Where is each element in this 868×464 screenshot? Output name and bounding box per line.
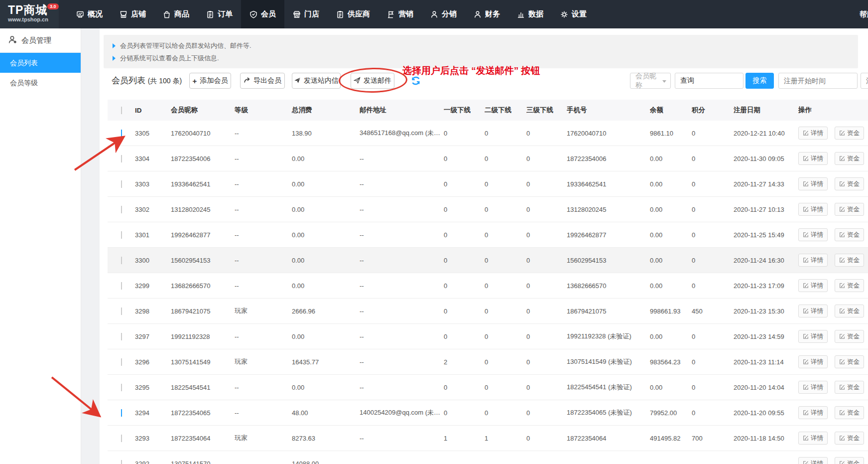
row-checkbox[interactable] (121, 231, 122, 239)
export-member-button[interactable]: 导出会员 (240, 73, 285, 89)
row-action-详情[interactable]: 详情 (798, 381, 828, 394)
row-action-详情[interactable]: 详情 (798, 330, 828, 343)
add-member-button[interactable]: + 添加会员 (189, 73, 231, 89)
row-checkbox[interactable] (121, 460, 122, 464)
row-checkbox[interactable] (121, 333, 122, 340)
clipboard-icon (336, 10, 344, 18)
nav-item-门店[interactable]: 门店 (284, 0, 328, 28)
triangle-bullet-icon (113, 56, 116, 61)
nav-item-商品[interactable]: 商品 (154, 0, 198, 28)
select-all-checkbox[interactable] (121, 107, 122, 114)
search-button[interactable]: 搜索 (745, 73, 774, 89)
row-checkbox[interactable] (121, 130, 122, 137)
nav-item-店铺[interactable]: 店铺 (111, 0, 154, 28)
row-action-详情[interactable]: 详情 (798, 177, 828, 190)
row-checkbox[interactable] (121, 308, 122, 315)
row-action-详情[interactable]: 详情 (798, 152, 828, 165)
nav-item-label: 财务 (485, 9, 500, 19)
row-action-资金[interactable]: 资金 (835, 254, 864, 267)
column-header-ID: ID (135, 107, 171, 114)
sidebar-section-member-manage: 会员管理 (0, 28, 81, 53)
row-action-资金[interactable]: 资金 (835, 152, 864, 165)
nav-item-分销[interactable]: 分销 (422, 0, 465, 28)
refresh-icon[interactable] (411, 76, 421, 86)
row-action-详情[interactable]: 详情 (798, 305, 828, 317)
logo[interactable]: TP商城 3.0 www.tpshop.cn (0, 0, 59, 28)
row-register-date: 2020-12-21 10:40 (734, 130, 798, 137)
row-action-资金[interactable]: 资金 (835, 279, 864, 292)
row-action-详情[interactable]: 详情 (798, 228, 828, 241)
sidebar-item-会员列表[interactable]: 会员列表 (0, 53, 81, 73)
row-checkbox[interactable] (121, 206, 122, 213)
nav-item-数据[interactable]: 数据 (508, 0, 552, 28)
row-checkbox[interactable] (121, 257, 122, 264)
row-checkbox[interactable] (121, 384, 122, 391)
row-action-label: 详情 (811, 307, 823, 315)
row-action-详情[interactable]: 详情 (798, 127, 828, 140)
tips-panel: 会员列表管理可以给会员群发站内信、邮件等.分销系统可以查看会员上下级信息. (104, 35, 858, 68)
edit-icon (839, 308, 845, 314)
row-actions: 详情资金 (798, 279, 868, 292)
list-title: 会员列表 (共 100 条) (112, 72, 182, 90)
register-start-input[interactable] (778, 73, 858, 89)
row-checkbox[interactable] (121, 155, 122, 162)
nav-item-营销[interactable]: 营销 (378, 0, 422, 28)
tip-line: 分销系统可以查看会员上下级信息. (104, 52, 858, 64)
nickname-select[interactable]: 会员昵称 (630, 73, 671, 89)
row-nickname: 18679421075 (171, 308, 235, 315)
row-action-label: 资金 (847, 307, 860, 315)
row-action-资金[interactable]: 资金 (835, 381, 864, 394)
plus-icon: + (193, 77, 197, 85)
row-action-label: 资金 (847, 434, 860, 443)
table-row: 330517620040710--138.903486517168@qq.com… (108, 121, 868, 146)
clipboard-icon (206, 10, 214, 18)
row-action-详情[interactable]: 详情 (798, 203, 828, 216)
row-action-资金[interactable]: 资金 (835, 355, 864, 368)
list-title-text: 会员列表 (112, 76, 145, 85)
row-action-资金[interactable]: 资金 (835, 177, 864, 190)
row-action-详情[interactable]: 详情 (798, 457, 828, 464)
row-checkbox[interactable] (121, 435, 122, 442)
nav-item-会员[interactable]: 会员 (241, 0, 284, 28)
edit-icon (839, 130, 845, 136)
row-action-资金[interactable]: 资金 (835, 330, 864, 343)
edit-icon (803, 461, 809, 464)
nav-item-label: 门店 (304, 9, 319, 19)
row-id: 3301 (135, 231, 171, 239)
row-actions: 详情资金 (798, 177, 868, 190)
send-mail-button[interactable]: 发送邮件 (351, 73, 394, 89)
row-email: -- (360, 308, 444, 315)
row-action-资金[interactable]: 资金 (835, 305, 864, 317)
row-action-label: 资金 (847, 231, 860, 239)
row-action-资金[interactable]: 资金 (835, 432, 864, 445)
help-link[interactable]: 帮助 (860, 0, 868, 28)
row-action-资金[interactable]: 资金 (835, 127, 864, 140)
row-action-资金[interactable]: 资金 (835, 406, 864, 419)
row-action-详情[interactable]: 详情 (798, 254, 828, 267)
nav-item-供应商[interactable]: 供应商 (328, 0, 378, 28)
row-checkbox[interactable] (121, 409, 122, 417)
row-l2-downline: 0 (485, 257, 526, 264)
row-checkbox[interactable] (121, 282, 122, 290)
row-action-资金[interactable]: 资金 (835, 457, 864, 464)
row-email: 1400254209@qq.com (未… (360, 408, 444, 417)
nav-item-设置[interactable]: 设置 (552, 0, 595, 28)
register-end-input[interactable] (861, 73, 868, 89)
nav-item-概况[interactable]: 概况 (68, 0, 111, 28)
row-action-详情[interactable]: 详情 (798, 355, 828, 368)
row-checkbox[interactable] (121, 180, 122, 188)
nav-item-财务[interactable]: 财务 (465, 0, 508, 28)
nav-item-订单[interactable]: 订单 (198, 0, 241, 28)
sidebar-item-会员等级[interactable]: 会员等级 (0, 73, 81, 93)
row-action-详情[interactable]: 详情 (798, 432, 828, 445)
row-checkbox[interactable] (121, 358, 122, 366)
row-action-详情[interactable]: 详情 (798, 406, 828, 419)
row-action-资金[interactable]: 资金 (835, 228, 864, 241)
row-action-详情[interactable]: 详情 (798, 279, 828, 292)
row-phone: 18225454541 (未验证) (567, 383, 650, 392)
row-action-资金[interactable]: 资金 (835, 203, 864, 216)
query-input[interactable] (675, 73, 744, 89)
send-message-button[interactable]: 发送站内信 (292, 73, 341, 89)
row-register-date: 2020-11-27 10:13 (734, 206, 798, 213)
row-points: 700 (692, 435, 734, 442)
